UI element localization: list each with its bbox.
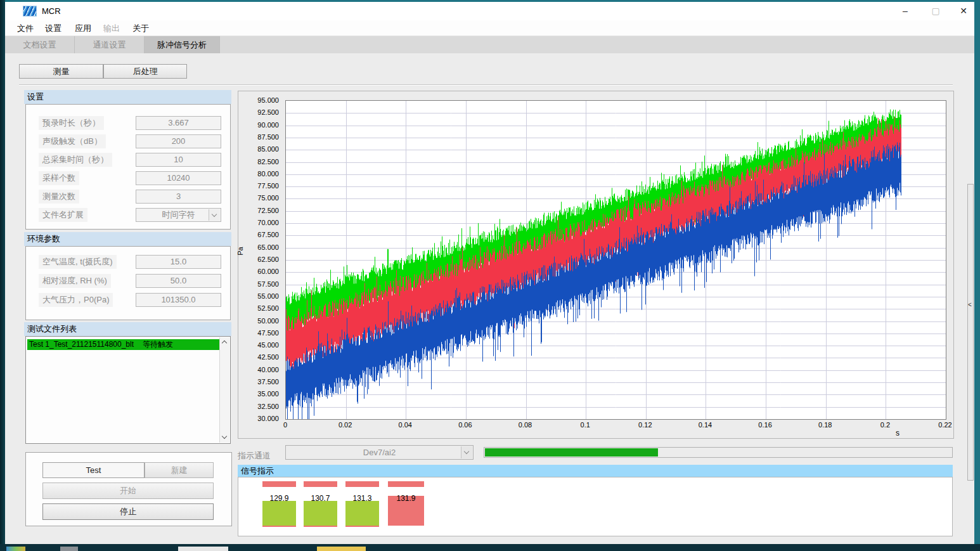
x-tick-label: 0.06 <box>458 421 472 429</box>
collapse-panel-handle[interactable]: < <box>967 184 974 481</box>
test-name-button[interactable]: Test <box>42 462 145 478</box>
x-tick-label: 0.04 <box>399 421 412 429</box>
menu-file[interactable]: 文件 <box>10 20 41 36</box>
y-tick-label: 55.000 <box>257 292 279 300</box>
signal-level-block <box>345 501 379 526</box>
sample-count-field[interactable]: 10240 <box>136 171 221 185</box>
prerecord-label: 预录时长（秒） <box>39 116 104 130</box>
app-icon <box>23 6 37 16</box>
humidity-field[interactable]: 50.0 <box>136 274 221 288</box>
y-tick-label: 80.000 <box>257 170 279 178</box>
measure-times-field[interactable]: 3 <box>136 190 221 204</box>
acquisition-progress-bar <box>484 447 953 458</box>
y-tick-label: 90.000 <box>257 121 279 129</box>
indicator-channel-dropdown[interactable]: Dev7/ai2 <box>285 445 474 460</box>
new-button[interactable]: 新建 <box>145 462 214 478</box>
threshold-marker <box>262 481 296 487</box>
scroll-up-icon[interactable] <box>220 337 229 347</box>
signal-indicator-panel: 129.9 130.7 131.3 131.9 <box>238 477 953 536</box>
y-tick-label: 50.000 <box>257 317 279 325</box>
taskbar-icon[interactable] <box>178 547 228 551</box>
settings-group-box: 预录时长（秒） 3.667 声级触发（dB） 200 总采集时间（秒） 10 采… <box>25 104 231 230</box>
measure-button[interactable]: 测量 <box>19 64 103 79</box>
progress-fill <box>485 448 658 457</box>
chevron-down-icon[interactable] <box>461 446 472 458</box>
maximize-button[interactable]: ▢ <box>925 2 946 20</box>
menu-settings[interactable]: 设置 <box>38 20 68 36</box>
window-title: MCR <box>42 6 61 16</box>
menu-output[interactable]: 输出 <box>96 20 127 36</box>
chevron-left-icon: < <box>968 301 972 308</box>
x-tick-label: 0.18 <box>818 421 832 429</box>
pressure-field[interactable]: 101350.0 <box>136 293 221 307</box>
indicator-channel-value: Dev7/ai2 <box>363 448 396 457</box>
x-tick-label: 0.2 <box>880 421 890 429</box>
close-button[interactable]: ✕ <box>953 2 974 20</box>
settings-group-title: 设置 <box>24 90 231 104</box>
x-axis-ticks: 00.020.040.060.080.10.120.140.160.180.20… <box>285 421 945 430</box>
threshold-marker <box>388 481 424 487</box>
menu-app[interactable]: 应用 <box>68 20 98 36</box>
y-tick-label: 95.000 <box>257 96 279 104</box>
tab-doc-settings[interactable]: 文档设置 <box>5 36 75 53</box>
menu-bar: 文件 设置 应用 输出 关于 <box>5 20 974 36</box>
env-group-box: 空气温度, t(摄氏度) 15.0 相对湿度, RH (%) 50.0 大气压力… <box>25 246 231 320</box>
scroll-down-icon[interactable] <box>220 432 229 443</box>
taskbar-icon[interactable] <box>60 547 78 551</box>
signal-level-block <box>304 501 337 526</box>
indicator-channel-label: 指示通道 <box>238 450 271 462</box>
signal-value: 131.3 <box>345 494 379 503</box>
threshold-marker <box>304 481 337 487</box>
taskbar-icon[interactable] <box>6 547 25 551</box>
title-bar[interactable]: MCR – ▢ ✕ <box>5 2 974 20</box>
stop-button[interactable]: 停止 <box>42 503 214 520</box>
prerecord-field[interactable]: 3.667 <box>136 116 221 130</box>
taskbar-icon[interactable] <box>317 547 366 551</box>
filename-ext-value: 时间字符 <box>162 210 195 219</box>
y-tick-label: 57.500 <box>257 280 279 288</box>
sample-count-label: 采样个数 <box>39 171 79 185</box>
start-button[interactable]: 开始 <box>42 483 214 499</box>
list-item[interactable]: Test 1_Test_211215114800_blt等待触发 <box>27 339 219 350</box>
y-axis-ticks: 95.00092.50090.00087.50085.00082.50080.0… <box>238 100 283 418</box>
y-tick-label: 65.000 <box>257 243 279 251</box>
y-tick-label: 72.500 <box>257 207 279 214</box>
menu-about[interactable]: 关于 <box>126 20 156 36</box>
chevron-down-icon[interactable] <box>209 209 220 221</box>
env-group-title: 环境参数 <box>24 232 231 246</box>
minimize-button[interactable]: – <box>894 2 916 20</box>
y-tick-label: 40.000 <box>257 366 279 373</box>
air-temp-label: 空气温度, t(摄氏度) <box>39 255 117 269</box>
signal-indicator-4: 131.9 <box>388 477 424 537</box>
y-tick-label: 30.000 <box>257 415 279 422</box>
postprocess-button[interactable]: 后处理 <box>103 64 187 79</box>
signal-indicator-1: 129.9 <box>262 477 296 537</box>
y-axis-label: Pa <box>236 247 244 255</box>
trigger-level-field[interactable]: 200 <box>136 134 221 148</box>
x-tick-label: 0 <box>283 421 287 429</box>
total-time-label: 总采集时间（秒） <box>39 153 112 167</box>
window-left-border <box>0 0 5 551</box>
y-tick-label: 52.500 <box>257 304 279 312</box>
tab-strip: 文档设置 通道设置 脉冲信号分析 <box>5 36 974 53</box>
filename-ext-dropdown[interactable]: 时间字符 <box>136 208 221 222</box>
signal-panel-title: 信号指示 <box>238 465 953 477</box>
total-time-field[interactable]: 10 <box>136 153 221 167</box>
x-axis-label: s <box>896 429 899 438</box>
y-tick-label: 92.500 <box>257 108 279 116</box>
tab-pulse-analysis[interactable]: 脉冲信号分析 <box>145 36 220 53</box>
pressure-label: 大气压力，P0(Pa) <box>39 293 113 307</box>
file-list-scrollbar[interactable] <box>219 337 229 443</box>
run-controls-box: Test 新建 开始 停止 <box>25 452 232 526</box>
x-tick-label: 0.12 <box>638 421 652 429</box>
y-tick-label: 77.500 <box>257 182 279 190</box>
app-window: MCR – ▢ ✕ 文件 设置 应用 输出 关于 文档设置 通道设置 脉冲信号分… <box>5 2 974 544</box>
file-list-title: 测试文件列表 <box>24 322 231 336</box>
measure-times-label: 测量次数 <box>39 190 79 204</box>
test-file-list[interactable]: Test 1_Test_211215114800_blt等待触发 <box>25 336 231 444</box>
x-tick-label: 0.1 <box>581 421 590 429</box>
air-temp-field[interactable]: 15.0 <box>136 255 221 269</box>
waveform-plot <box>285 100 946 420</box>
separator-line <box>19 84 953 86</box>
tab-channel-settings[interactable]: 通道设置 <box>75 36 145 53</box>
